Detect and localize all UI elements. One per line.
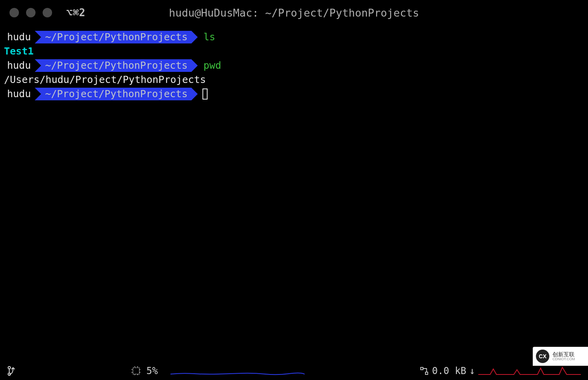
cpu-sparkline — [170, 366, 305, 376]
prompt-user-segment: hudu — [3, 59, 35, 72]
prompt-path-segment: ~/Project/PythonProjects — [35, 88, 191, 100]
prompt-path-segment: ~/Project/PythonProjects — [35, 59, 191, 72]
network-icon — [419, 366, 429, 376]
watermark-line2: CDNIOT.COM — [552, 357, 575, 361]
terminal-line: hudu ~/Project/PythonProjects — [3, 87, 588, 101]
close-window-button[interactable] — [9, 8, 19, 17]
cpu-chip-icon — [131, 365, 142, 376]
svg-rect-2 — [133, 368, 139, 374]
network-sparkline — [478, 366, 581, 376]
statusbar-right: 0.0 kB ↓ — [419, 365, 581, 376]
prompt-path-segment: ~/Project/PythonProjects — [35, 31, 191, 43]
command-text: ls — [203, 30, 215, 44]
statusbar-center: 5% — [16, 365, 419, 376]
tab-shortcut-label: ⌥⌘2 — [66, 7, 85, 19]
statusbar: 5% 0.0 kB ↓ — [0, 362, 588, 380]
titlebar: ⌥⌘2 hudu@HuDusMac: ~/Project/PythonProje… — [0, 0, 588, 25]
zoom-window-button[interactable] — [43, 8, 52, 17]
command-text: pwd — [203, 58, 221, 73]
window-title: hudu@HuDusMac: ~/Project/PythonProjects — [169, 7, 419, 19]
git-branch-icon — [7, 365, 16, 376]
window-controls — [9, 8, 52, 17]
cpu-percent-label: 5% — [146, 365, 158, 376]
terminal-line: hudu ~/Project/PythonProjects pwd — [3, 58, 588, 73]
svg-rect-11 — [421, 367, 423, 370]
terminal-line: Test1 — [3, 44, 588, 58]
svg-point-0 — [8, 367, 10, 369]
terminal-cursor[interactable] — [202, 88, 208, 100]
terminal-line: hudu ~/Project/PythonProjects ls — [3, 30, 588, 44]
minimize-window-button[interactable] — [26, 8, 36, 17]
output-text: /Users/hudu/Project/PythonProjects — [3, 73, 206, 87]
download-arrow-icon: ↓ — [470, 365, 475, 376]
watermark-badge: CX 创新互联 CDNIOT.COM — [533, 347, 588, 366]
prompt-user-segment: hudu — [3, 31, 35, 43]
watermark-text: 创新互联 CDNIOT.COM — [552, 352, 575, 361]
prompt-user-segment: hudu — [3, 88, 35, 100]
svg-rect-12 — [425, 372, 428, 374]
output-directory: Test1 — [3, 44, 34, 58]
network-rate-label: 0.0 kB — [432, 365, 466, 376]
watermark-logo-icon: CX — [536, 350, 549, 363]
statusbar-left — [7, 365, 16, 376]
terminal-line: /Users/hudu/Project/PythonProjects — [3, 73, 588, 87]
terminal-viewport[interactable]: hudu ~/Project/PythonProjects ls Test1 h… — [0, 25, 588, 101]
watermark-line1: 创新互联 — [552, 352, 575, 357]
